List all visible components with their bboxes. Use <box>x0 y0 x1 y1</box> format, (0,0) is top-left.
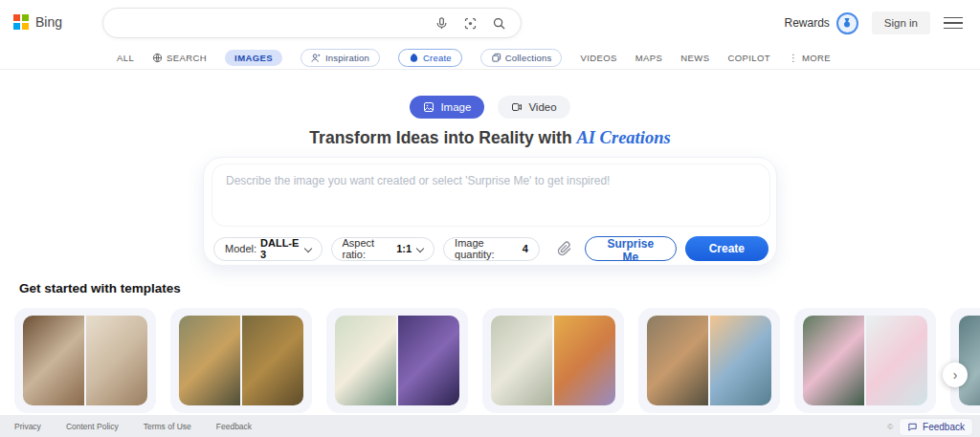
rewards-label: Rewards <box>784 16 829 30</box>
tab-all[interactable]: ALL <box>117 53 134 63</box>
template-image-before <box>647 316 708 405</box>
microsoft-logo-icon <box>13 14 29 30</box>
search-input[interactable] <box>103 16 434 31</box>
rewards-medal-icon <box>836 12 858 34</box>
microphone-icon[interactable] <box>434 16 449 31</box>
rewards-button[interactable]: Rewards <box>784 12 858 34</box>
footer-link-feedback[interactable]: Feedback <box>216 422 252 431</box>
bing-logo-text: Bing <box>35 14 62 30</box>
sign-in-button[interactable]: Sign in <box>872 11 930 34</box>
bing-logo[interactable]: Bing <box>13 14 62 30</box>
chevron-down-icon <box>417 244 423 251</box>
page-title-accent: AI Creations <box>576 128 670 147</box>
tab-videos[interactable]: VIDEOS <box>580 53 616 63</box>
footer-link-privacy[interactable]: Privacy <box>14 422 41 431</box>
image-icon <box>423 101 434 113</box>
template-card-swan[interactable] <box>794 308 936 413</box>
template-image-before <box>491 316 552 405</box>
template-image-after <box>710 316 771 405</box>
template-image-before <box>179 316 240 405</box>
template-card-girl-hillside[interactable] <box>638 308 780 413</box>
chevron-down-icon <box>305 244 311 251</box>
tab-news[interactable]: NEWS <box>680 53 709 63</box>
tab-collections[interactable]: Collections <box>480 49 563 67</box>
vertical-dots-icon: ⋮ <box>789 53 798 63</box>
templates-row <box>14 308 980 413</box>
footer-link-terms[interactable]: Terms of Use <box>144 422 191 431</box>
video-icon <box>511 101 523 113</box>
chevron-right-icon: › <box>953 367 958 382</box>
globe-icon <box>152 53 163 63</box>
image-toggle-button[interactable]: Image <box>410 96 484 119</box>
aspect-ratio-selector[interactable]: Aspect ratio: 1:1 <box>331 237 435 261</box>
tab-copilot[interactable]: COPILOT <box>727 53 770 63</box>
carousel-next-button[interactable]: › <box>943 362 968 387</box>
prompt-card: Model: DALL-E 3 Aspect ratio: 1:1 Image … <box>203 157 777 266</box>
template-image-before <box>959 316 980 405</box>
media-type-toggle: Image Video <box>0 96 980 119</box>
template-image-before <box>335 316 396 405</box>
search-bar[interactable] <box>102 8 522 38</box>
create-button[interactable]: Create <box>685 236 768 261</box>
image-quantity-selector[interactable]: Image quantity: 4 <box>443 237 540 261</box>
tab-search[interactable]: SEARCH <box>152 53 207 63</box>
attachment-button[interactable] <box>557 241 572 256</box>
inspiration-icon <box>311 53 322 63</box>
paperclip-icon <box>557 241 572 256</box>
tab-more[interactable]: ⋮ MORE <box>789 53 831 63</box>
video-toggle-button[interactable]: Video <box>498 96 569 119</box>
template-image-after <box>86 316 147 405</box>
template-image-before <box>23 316 84 405</box>
template-card-partial[interactable] <box>950 308 980 413</box>
template-image-after <box>398 316 459 405</box>
templates-heading: Get started with templates <box>19 281 181 295</box>
template-card-lily[interactable] <box>482 308 624 413</box>
header: Bing Rewards Sign in <box>0 0 980 46</box>
collections-icon <box>491 53 501 63</box>
template-image-before <box>803 316 864 405</box>
speech-bubble-icon <box>907 422 918 432</box>
template-card-still-life[interactable] <box>170 308 312 413</box>
create-icon <box>409 53 419 63</box>
surprise-me-button[interactable]: Surprise Me <box>585 236 677 261</box>
copyright-icon: © <box>887 423 893 431</box>
tab-maps[interactable]: MAPS <box>635 53 663 63</box>
template-card-roller-coaster[interactable] <box>326 308 468 413</box>
template-image-after <box>866 316 927 405</box>
feedback-button[interactable]: Feedback <box>900 419 972 435</box>
prompt-controls: Model: DALL-E 3 Aspect ratio: 1:1 Image … <box>212 236 768 261</box>
tab-images[interactable]: IMAGES <box>225 50 282 66</box>
template-image-after <box>242 316 303 405</box>
template-card-teapot[interactable] <box>14 308 156 413</box>
nav-tabs: ALL SEARCH IMAGES Inspiration Create Col… <box>0 46 980 70</box>
template-image-after <box>554 316 615 405</box>
footer-link-content-policy[interactable]: Content Policy <box>66 422 119 431</box>
footer: Privacy Content Policy Terms of Use Feed… <box>0 415 980 437</box>
search-icon[interactable] <box>492 16 506 31</box>
tab-create[interactable]: Create <box>398 49 462 67</box>
page-title: Transform Ideas into Reality with AI Cre… <box>0 128 980 148</box>
hamburger-menu-icon[interactable] <box>944 17 963 30</box>
tab-inspiration[interactable]: Inspiration <box>301 49 380 67</box>
visual-search-icon[interactable] <box>463 16 478 31</box>
model-selector[interactable]: Model: DALL-E 3 <box>213 237 323 261</box>
prompt-input[interactable] <box>212 164 770 227</box>
